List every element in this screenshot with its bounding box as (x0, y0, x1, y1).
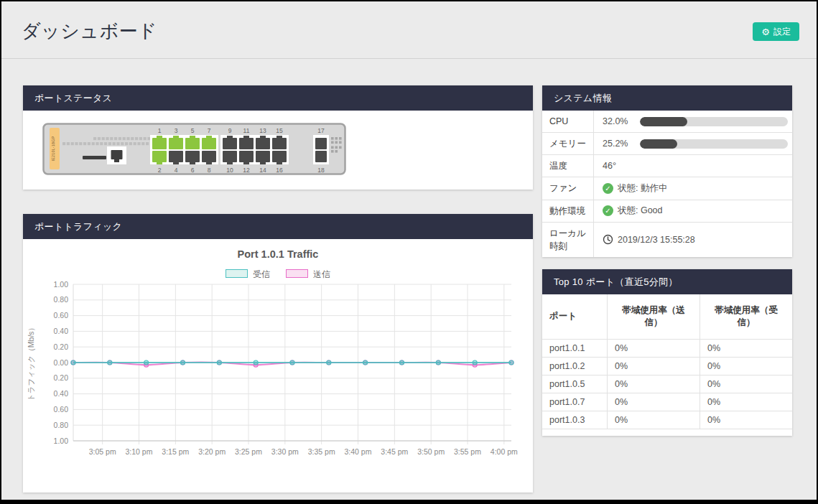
system-info-row: ファン✓状態: 動作中 (542, 177, 792, 199)
svg-text:3:40 pm: 3:40 pm (345, 447, 372, 456)
left-column: ポートステータス IE210L-18GP13572468911131510121… (23, 85, 533, 493)
page-title: ダッシュボード (1, 1, 817, 44)
vent-hole (96, 142, 98, 145)
usage-percent: 32.0% (603, 116, 636, 126)
port-1 (152, 138, 167, 149)
port-number: 7 (208, 127, 211, 134)
vent-hole (93, 137, 96, 140)
table-row: port1.0.30%0% (542, 411, 792, 429)
data-point (108, 360, 112, 365)
svg-text:0.40: 0.40 (54, 389, 69, 398)
table-cell: 0% (608, 339, 700, 357)
led-indicator (339, 141, 342, 144)
vent-hole (104, 142, 107, 145)
vent-hole (141, 142, 144, 145)
svg-text:0.60: 0.60 (54, 311, 69, 319)
traffic-chart-body: Port 1.0.1 Traffic 受信送信 1.000.800.600.40… (23, 239, 533, 493)
port-number: 10 (226, 167, 233, 174)
vent-hole (62, 142, 65, 145)
top-ports-table: ポート帯域使用率（送信）帯域使用率（受信）port1.0.10%0%port1.… (542, 294, 792, 429)
settings-button[interactable]: ⚙ 設定 (753, 22, 799, 41)
sd-card-slot (83, 156, 106, 159)
data-point (436, 360, 440, 365)
port-number: 17 (317, 127, 325, 134)
svg-text:3:10 pm: 3:10 pm (126, 447, 153, 456)
system-info-value: ✓状態: Good (594, 200, 792, 222)
svg-text:1.00: 1.00 (54, 437, 69, 445)
legend-item-受信[interactable]: 受信 (226, 269, 270, 281)
port-number: 6 (191, 167, 195, 174)
data-point (327, 360, 331, 365)
vent-hole (79, 142, 82, 145)
vent-hole (135, 137, 138, 140)
data-point (290, 360, 294, 365)
model-label-text: IE210L-18GP (51, 136, 55, 161)
column-header: 帯域使用率（受信） (700, 294, 793, 340)
vent-hole (144, 137, 147, 140)
usage-percent: 25.2% (603, 139, 636, 149)
table-cell: 0% (700, 411, 793, 429)
system-info-row: 温度46° (542, 154, 792, 177)
data-point (181, 360, 185, 365)
svg-text:0.00: 0.00 (54, 358, 69, 367)
port-number: 11 (243, 127, 250, 134)
column-header: 帯域使用率（送信） (608, 294, 700, 340)
port-number: 14 (259, 167, 266, 174)
port-6 (185, 151, 200, 162)
table-cell: 0% (700, 375, 793, 393)
svg-text:0.20: 0.20 (54, 342, 69, 351)
vent-hole (146, 142, 149, 145)
port-number: 18 (317, 167, 325, 174)
table-header-row: ポート帯域使用率（送信）帯域使用率（受信） (542, 294, 792, 340)
data-point (509, 360, 513, 365)
legend-item-送信[interactable]: 送信 (286, 269, 330, 281)
port-11 (239, 138, 254, 149)
top-ports-panel: Top 10 ポート（直近5分間） ポート帯域使用率（送信）帯域使用率（受信）p… (542, 269, 792, 436)
table-cell: port1.0.7 (542, 393, 608, 411)
dashboard-content: ポートステータス IE210L-18GP13572468911131510121… (1, 59, 817, 493)
port-status-panel-title: ポートステータス (23, 85, 533, 111)
vent-hole (131, 137, 134, 140)
port-status-body: IE210L-18GP135724689111315101214161718 (23, 111, 533, 190)
led-indicator (331, 141, 334, 144)
data-point (144, 360, 149, 365)
vent-hole (67, 142, 70, 145)
data-point (71, 360, 75, 365)
port-traffic-panel: ポートトラフィック Port 1.0.1 Traffic 受信送信 1.000.… (23, 214, 533, 493)
top-ports-panel-title: Top 10 ポート（直近5分間） (542, 269, 792, 294)
table-cell: port1.0.1 (542, 339, 608, 357)
status-ok-icon: ✓ (603, 183, 613, 194)
port-number: 12 (243, 167, 250, 174)
led-indicator (331, 146, 334, 149)
vent-hole (92, 142, 95, 145)
svg-text:4:00 pm: 4:00 pm (491, 447, 518, 456)
port-10 (223, 151, 237, 162)
table-cell: 0% (608, 411, 700, 429)
system-info-row: 動作環境✓状態: Good (542, 200, 792, 222)
vent-hole (102, 137, 105, 140)
led-indicator (331, 150, 334, 153)
svg-text:トラフィック（Mb/s）: トラフィック（Mb/s） (27, 324, 35, 401)
system-info-panel-title: システム情報 (542, 85, 792, 111)
legend-label: 受信 (253, 269, 270, 279)
vent-hole (137, 142, 140, 145)
system-info-row: ローカル時刻2019/12/3 15:55:28 (542, 222, 792, 257)
port-18 (315, 151, 327, 162)
vent-hole (126, 137, 129, 140)
led-indicator (331, 137, 334, 140)
svg-text:3:25 pm: 3:25 pm (235, 447, 262, 456)
console-port-tab (114, 159, 119, 162)
port-3 (169, 138, 183, 149)
system-info-value: 2019/12/3 15:55:28 (594, 223, 792, 257)
svg-text:3:30 pm: 3:30 pm (271, 447, 299, 456)
port-15 (272, 138, 287, 149)
system-info-panel: システム情報 CPU32.0%メモリー25.2%温度46°ファン✓状態: 動作中… (542, 85, 792, 257)
port-13 (256, 138, 270, 149)
traffic-chart: 1.000.800.600.400.200.000.200.400.600.80… (23, 280, 521, 461)
gear-icon: ⚙ (761, 27, 770, 37)
port-number: 13 (259, 127, 266, 134)
port-16 (272, 151, 287, 162)
vent-hole (100, 142, 103, 145)
vent-hole (139, 137, 142, 140)
port-9 (223, 138, 237, 149)
